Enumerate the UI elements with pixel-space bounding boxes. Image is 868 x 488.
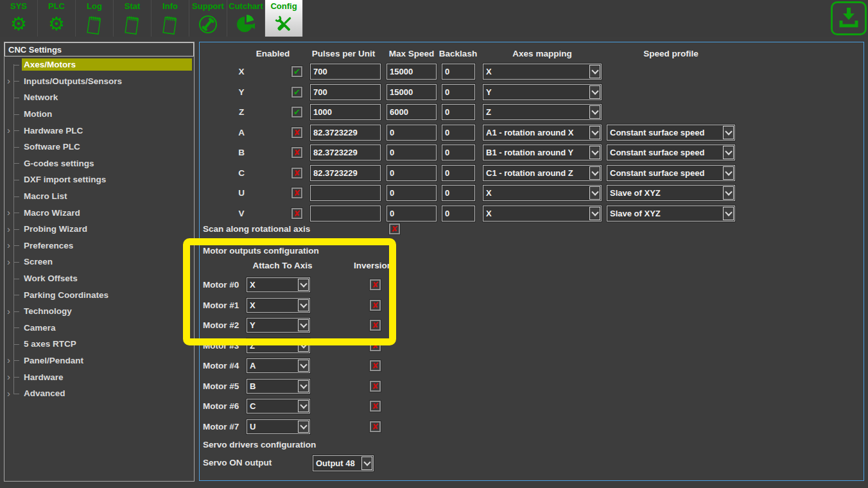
axes-mapping-select-y[interactable]: Y	[483, 84, 602, 100]
motor-3-axis-select[interactable]: Z	[247, 338, 310, 353]
sidebar-item-panel-pendant[interactable]: ›Panel/Pendant	[4, 353, 194, 369]
speed-profile-select-a[interactable]: Constant surface speed	[607, 125, 735, 141]
pulses-input-u[interactable]	[310, 185, 381, 201]
sidebar-item-preferences[interactable]: ›Preferences	[4, 238, 194, 254]
sidebar-item-technology[interactable]: ›Technology	[4, 303, 194, 320]
sidebar-item-work-offsets[interactable]: Work Offsets	[4, 270, 194, 287]
backlash-input-a[interactable]	[442, 125, 475, 141]
motor-6-axis-select[interactable]: C	[247, 399, 310, 414]
motor-0-axis-select[interactable]: X	[247, 277, 310, 292]
chevron-down-icon[interactable]	[589, 166, 600, 180]
tab-support[interactable]: Support	[189, 0, 227, 37]
backlash-input-z[interactable]	[442, 104, 475, 120]
motor-1-inversion-checkbox[interactable]: ✘	[370, 300, 381, 311]
sidebar-item-advanced[interactable]: ›Advanced	[4, 385, 194, 402]
chevron-down-icon[interactable]	[589, 146, 600, 159]
sidebar-item-g-codes-settings[interactable]: G-codes settings	[4, 155, 194, 172]
pulses-input-c[interactable]	[310, 165, 381, 181]
tab-cutchart[interactable]: Cutchart	[227, 0, 265, 37]
sidebar-item-parking-coordinates[interactable]: Parking Coordinates	[4, 286, 194, 303]
tab-config[interactable]: Config	[265, 0, 303, 37]
chevron-down-icon[interactable]	[723, 207, 734, 220]
sidebar-item-screen[interactable]: ›Screen	[4, 254, 194, 270]
sidebar-item-hardware[interactable]: ›Hardware	[4, 369, 194, 385]
chevron-right-icon[interactable]: ›	[7, 306, 10, 315]
tab-stat[interactable]: Stat	[114, 0, 152, 37]
sidebar-item-dxf-import-settings[interactable]: DXF import settings	[4, 171, 194, 188]
enabled-checkbox-x[interactable]: ✔	[291, 66, 302, 77]
sidebar-item-inputs-outputs-sensors[interactable]: ›Inputs/Outputs/Sensors	[4, 73, 194, 90]
max-speed-input-b[interactable]	[386, 144, 437, 161]
sidebar-item-hardware-plc[interactable]: ›Hardware PLC	[4, 122, 194, 139]
chevron-down-icon[interactable]	[298, 421, 309, 433]
chevron-down-icon[interactable]	[589, 186, 600, 200]
sidebar-item-axes-motors[interactable]: Axes/Motors	[4, 57, 194, 73]
chevron-right-icon[interactable]: ›	[7, 125, 10, 135]
enabled-checkbox-z[interactable]: ✔	[291, 107, 302, 118]
chevron-right-icon[interactable]: ›	[7, 76, 10, 85]
chevron-down-icon[interactable]	[298, 319, 309, 331]
tab-plc[interactable]: PLC ⚙	[38, 0, 76, 37]
sidebar-item-macro-wizard[interactable]: ›Macro Wizard	[4, 204, 194, 221]
axes-mapping-select-u[interactable]: X	[483, 185, 602, 201]
max-speed-input-a[interactable]	[386, 125, 437, 141]
axes-mapping-select-x[interactable]: X	[483, 64, 602, 80]
motor-4-axis-select[interactable]: A	[247, 358, 310, 373]
chevron-down-icon[interactable]	[589, 85, 600, 99]
axes-mapping-select-v[interactable]: X	[483, 205, 602, 222]
backlash-input-y[interactable]	[442, 84, 475, 100]
tab-log[interactable]: Log	[76, 0, 114, 37]
motor-5-inversion-checkbox[interactable]: ✘	[370, 381, 381, 392]
pulses-input-x[interactable]	[310, 64, 381, 80]
motor-3-inversion-checkbox[interactable]: ✘	[370, 340, 381, 351]
backlash-input-x[interactable]	[442, 64, 475, 80]
pulses-input-y[interactable]	[310, 84, 381, 100]
max-speed-input-x[interactable]	[386, 64, 437, 80]
chevron-right-icon[interactable]: ›	[7, 223, 10, 233]
backlash-input-c[interactable]	[442, 165, 475, 181]
enabled-checkbox-c[interactable]: ✘	[291, 168, 302, 179]
motor-5-axis-select[interactable]: B	[247, 379, 310, 394]
chevron-down-icon[interactable]	[298, 299, 309, 311]
chevron-down-icon[interactable]	[589, 65, 600, 78]
enabled-checkbox-y[interactable]: ✔	[291, 87, 302, 98]
enabled-checkbox-v[interactable]: ✘	[291, 208, 302, 219]
scan-along-rotational-axis-checkbox[interactable]: ✘	[389, 223, 400, 234]
pulses-input-a[interactable]	[310, 125, 381, 141]
motor-7-axis-select[interactable]: U	[247, 419, 310, 434]
motor-6-inversion-checkbox[interactable]: ✘	[370, 401, 381, 412]
chevron-down-icon[interactable]	[298, 360, 309, 372]
max-speed-input-y[interactable]	[386, 84, 437, 100]
chevron-down-icon[interactable]	[589, 105, 600, 119]
backlash-input-b[interactable]	[442, 144, 475, 161]
save-button[interactable]	[831, 1, 867, 35]
motor-4-inversion-checkbox[interactable]: ✘	[370, 360, 381, 371]
chevron-right-icon[interactable]: ›	[7, 240, 10, 250]
axes-mapping-select-z[interactable]: Z	[483, 104, 602, 120]
axes-mapping-select-a[interactable]: A1 - rotation around X	[483, 125, 602, 141]
chevron-down-icon[interactable]	[361, 457, 372, 470]
max-speed-input-z[interactable]	[386, 104, 437, 120]
chevron-down-icon[interactable]	[723, 186, 734, 200]
pulses-input-b[interactable]	[310, 144, 381, 161]
max-speed-input-u[interactable]	[386, 185, 437, 201]
axes-mapping-select-b[interactable]: B1 - rotation around Y	[483, 144, 602, 161]
chevron-right-icon[interactable]: ›	[7, 388, 10, 397]
sidebar-item-network[interactable]: Network	[4, 89, 194, 106]
chevron-right-icon[interactable]: ›	[7, 207, 10, 217]
chevron-down-icon[interactable]	[298, 340, 309, 352]
chevron-down-icon[interactable]	[298, 380, 309, 392]
speed-profile-select-b[interactable]: Constant surface speed	[607, 144, 735, 161]
sidebar-item-5-axes-rtcp[interactable]: 5 axes RTCP	[4, 336, 194, 353]
chevron-down-icon[interactable]	[723, 146, 734, 159]
speed-profile-select-c[interactable]: Constant surface speed	[607, 165, 735, 181]
motor-1-axis-select[interactable]: X	[247, 298, 310, 313]
sidebar-item-software-plc[interactable]: Software PLC	[4, 139, 194, 155]
sidebar-item-macro-list[interactable]: Macro List	[4, 188, 194, 205]
pulses-input-v[interactable]	[310, 205, 381, 222]
pulses-input-z[interactable]	[310, 104, 381, 120]
backlash-input-u[interactable]	[442, 185, 475, 201]
sidebar-item-motion[interactable]: Motion	[4, 106, 194, 123]
backlash-input-v[interactable]	[442, 205, 475, 222]
motor-7-inversion-checkbox[interactable]: ✘	[370, 421, 381, 432]
